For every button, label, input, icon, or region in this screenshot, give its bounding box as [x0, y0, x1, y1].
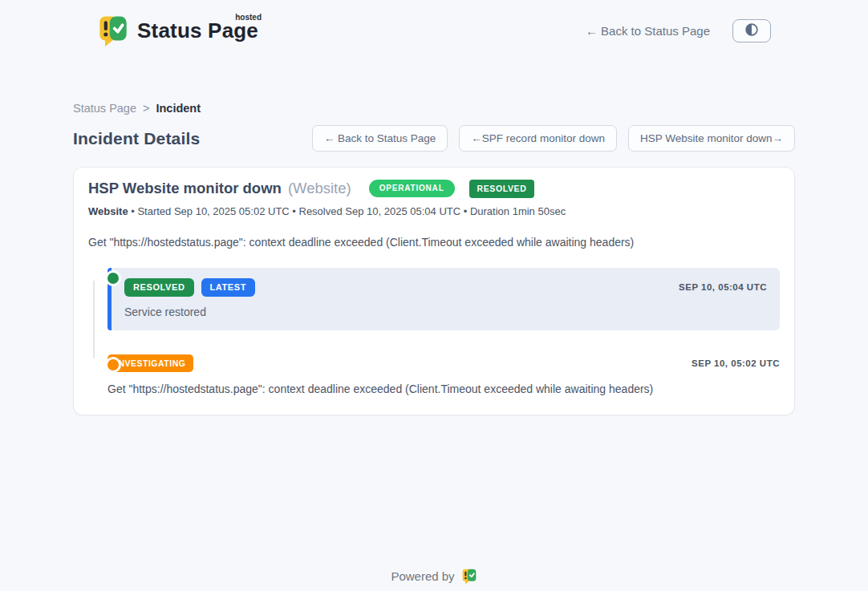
latest-badge: LATEST — [201, 278, 256, 297]
page-title: Incident Details — [73, 129, 200, 148]
timeline-connector — [93, 281, 95, 358]
brand-hosted-label: hosted — [235, 13, 262, 22]
back-to-status-page-button[interactable]: ← Back to Status Page — [312, 125, 448, 152]
incident-card: HSP Website monitor down (Website) OPERA… — [73, 167, 795, 415]
footer: Powered by © 2025-10-08 14:10:34.772084 … — [73, 568, 795, 591]
update-timestamp: SEP 10, 05:02 UTC — [692, 358, 780, 368]
incident-meta-component: Website — [88, 205, 128, 217]
operational-status-badge: OPERATIONAL — [369, 180, 455, 197]
brand-logo[interactable]: Status Page hosted — [97, 14, 258, 47]
timeline-entry-investigating: INVESTIGATING SEP 10, 05:02 UTC Get "htt… — [107, 354, 780, 396]
incident-timeline: RESOLVED LATEST SEP 10, 05:04 UTC Servic… — [88, 268, 780, 396]
next-incident-button[interactable]: HSP Website monitor down→ — [628, 125, 795, 152]
header: Status Page hosted ← Back to Status Page — [73, 0, 795, 61]
incident-component: (Website) — [288, 180, 351, 197]
header-back-link[interactable]: ← Back to Status Page — [586, 24, 710, 38]
circle-half-icon — [743, 21, 761, 41]
incident-description: Get "https://hostedstatus.page": context… — [88, 236, 780, 249]
resolved-badge: RESOLVED — [124, 278, 194, 297]
timeline-dot-investigating — [107, 359, 119, 370]
investigating-badge: INVESTIGATING — [107, 354, 193, 373]
powered-by-label: Powered by — [391, 569, 454, 583]
breadcrumb: Status Page > Incident — [73, 102, 795, 115]
incident-nav-buttons: ← Back to Status Page ←SPF record monito… — [312, 125, 795, 152]
incident-meta: Website • Started Sep 10, 2025 05:02 UTC… — [88, 205, 780, 217]
resolved-status-badge: RESOLVED — [469, 180, 535, 198]
timeline-entry-resolved: RESOLVED LATEST SEP 10, 05:04 UTC Servic… — [107, 268, 780, 330]
latest-update-box: RESOLVED LATEST SEP 10, 05:04 UTC Servic… — [107, 268, 780, 330]
incident-title: HSP Website monitor down — [88, 180, 282, 197]
update-message: Get "https://hostedstatus.page": context… — [107, 383, 780, 395]
main-content: Status Page > Incident Incident Details … — [73, 61, 795, 591]
timeline-dot-resolved — [107, 273, 119, 284]
breadcrumb-incident: Incident — [156, 102, 201, 115]
brand-name: Status Page — [137, 18, 258, 43]
update-timestamp: SEP 10, 05:04 UTC — [679, 282, 767, 292]
statuspage-footer-logo-icon[interactable] — [461, 568, 477, 585]
breadcrumb-separator: > — [143, 102, 149, 115]
prev-incident-button[interactable]: ←SPF record monitor down — [459, 125, 617, 152]
statuspage-logo-icon — [97, 14, 129, 47]
breadcrumb-status-page[interactable]: Status Page — [73, 102, 136, 115]
theme-toggle-button[interactable] — [732, 19, 771, 43]
update-message: Service restored — [124, 306, 767, 318]
incident-meta-details: • Started Sep 10, 2025 05:02 UTC • Resol… — [128, 205, 566, 217]
